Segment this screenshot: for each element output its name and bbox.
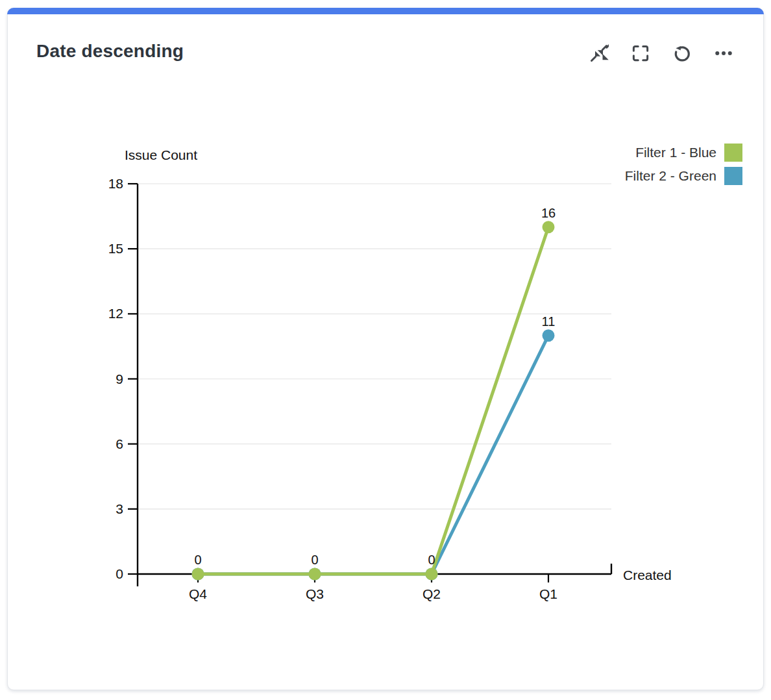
gadget-card: Date descending: [7, 8, 764, 690]
card-accent-bar: [7, 8, 764, 14]
more-icon: [714, 44, 733, 63]
gadget-title: Date descending: [36, 41, 184, 62]
refresh-icon: [672, 44, 692, 63]
data-point[interactable]: [309, 568, 321, 581]
legend-label[interactable]: Filter 1 - Blue: [635, 145, 716, 160]
collapse-icon: [589, 44, 609, 63]
data-point[interactable]: [192, 568, 204, 581]
dashboard-page: Date descending: [0, 0, 771, 700]
fullscreen-button[interactable]: [630, 42, 652, 64]
collapse-button[interactable]: [588, 42, 610, 64]
gadget-actions: [588, 42, 735, 64]
data-point[interactable]: [426, 568, 438, 581]
data-point[interactable]: [543, 221, 555, 233]
legend-swatch[interactable]: [724, 144, 742, 162]
data-point[interactable]: [543, 329, 555, 342]
fullscreen-icon: [631, 44, 650, 63]
refresh-button[interactable]: [671, 42, 693, 64]
legend-swatch[interactable]: [724, 167, 742, 185]
more-button[interactable]: [713, 42, 735, 64]
legend-label[interactable]: Filter 2 - Green: [625, 168, 716, 183]
